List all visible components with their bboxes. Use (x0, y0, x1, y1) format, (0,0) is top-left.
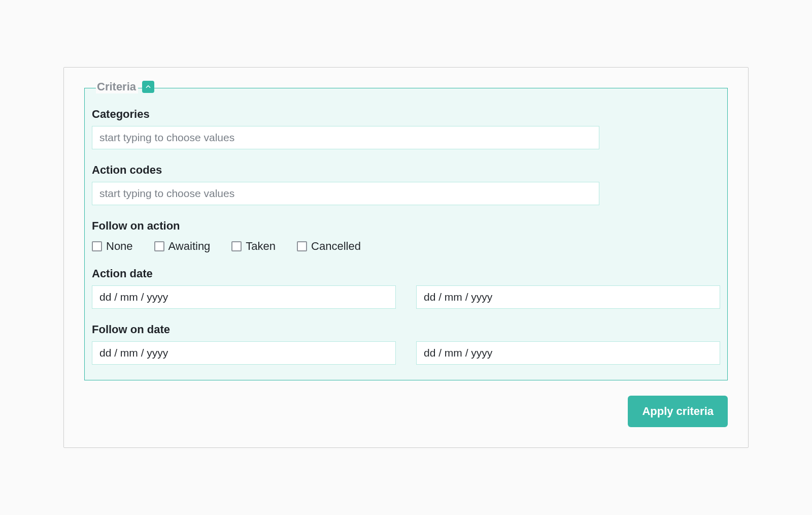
button-row: Apply criteria (84, 396, 728, 427)
categories-input[interactable] (92, 126, 599, 149)
date-placeholder: dd / mm / yyyy (424, 347, 492, 359)
follow-on-date-to-input[interactable]: dd / mm / yyyy (416, 341, 720, 365)
action-date-to-input[interactable]: dd / mm / yyyy (416, 285, 720, 309)
follow-on-date-from-input[interactable]: dd / mm / yyyy (92, 341, 396, 365)
date-placeholder: dd / mm / yyyy (99, 347, 168, 359)
checkbox-cancelled[interactable]: Cancelled (297, 240, 361, 253)
checkbox-box-icon (92, 241, 102, 251)
action-date-field: Action date dd / mm / yyyy dd / mm / yyy… (91, 267, 721, 309)
categories-label: Categories (92, 108, 720, 121)
checkbox-box-icon (231, 241, 242, 251)
action-date-row: dd / mm / yyyy dd / mm / yyyy (92, 285, 720, 309)
filter-panel: Criteria Categories Action codes Follow … (63, 67, 749, 448)
follow-on-action-options: None Awaiting Taken Cancelled (92, 240, 720, 253)
checkbox-label: Cancelled (311, 240, 361, 253)
action-codes-field: Action codes (91, 164, 721, 205)
follow-on-action-label: Follow on action (92, 219, 720, 233)
criteria-fieldset: Criteria Categories Action codes Follow … (84, 88, 728, 380)
checkbox-taken[interactable]: Taken (231, 240, 276, 253)
checkbox-box-icon (154, 241, 164, 251)
apply-criteria-button[interactable]: Apply criteria (628, 396, 728, 427)
action-date-label: Action date (92, 267, 720, 280)
checkbox-label: Awaiting (168, 240, 211, 253)
follow-on-date-field: Follow on date dd / mm / yyyy dd / mm / … (91, 323, 721, 365)
checkbox-awaiting[interactable]: Awaiting (154, 240, 211, 253)
checkbox-box-icon (297, 241, 307, 251)
categories-field: Categories (91, 108, 721, 149)
follow-on-date-label: Follow on date (92, 323, 720, 336)
date-placeholder: dd / mm / yyyy (99, 291, 168, 303)
criteria-legend-text: Criteria (96, 80, 138, 93)
follow-on-date-row: dd / mm / yyyy dd / mm / yyyy (92, 341, 720, 365)
follow-on-action-field: Follow on action None Awaiting Taken Can… (91, 219, 721, 253)
chevron-up-icon[interactable] (142, 81, 154, 93)
action-codes-input[interactable] (92, 182, 599, 205)
criteria-legend: Criteria (94, 80, 156, 93)
date-placeholder: dd / mm / yyyy (424, 291, 492, 303)
action-codes-label: Action codes (92, 164, 720, 177)
action-date-from-input[interactable]: dd / mm / yyyy (92, 285, 396, 309)
checkbox-label: None (106, 240, 133, 253)
checkbox-none[interactable]: None (92, 240, 133, 253)
checkbox-label: Taken (246, 240, 276, 253)
